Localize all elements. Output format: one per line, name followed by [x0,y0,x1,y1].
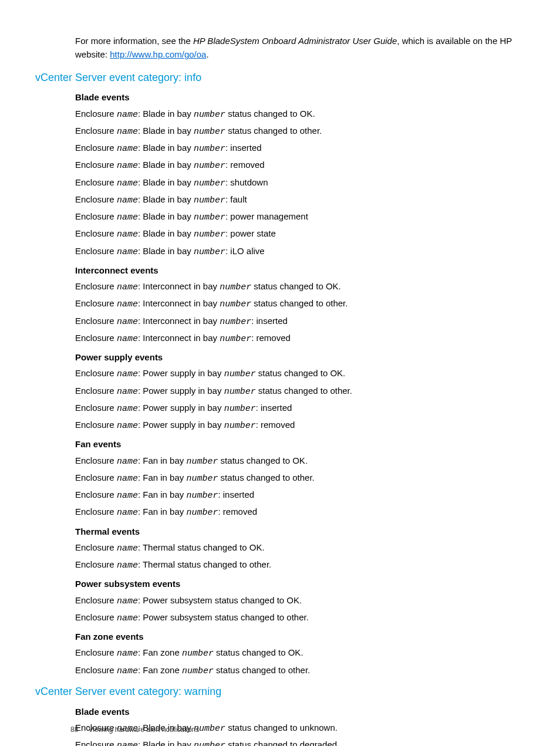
group-title: Fan zone events [75,630,525,643]
event-var: number [194,195,225,205]
event-var: name [117,613,138,623]
event-var: number [194,161,225,171]
event-prefix: Enclosure [75,177,117,187]
event-var: number [194,212,225,222]
event-var: name [117,741,138,746]
event-var: number [220,334,251,344]
event-suffix: : power state [225,228,276,238]
event-var: name [117,491,138,501]
event-list: Enclosure name: Power subsystem status c… [75,593,525,626]
event-prefix: Enclosure [75,143,117,153]
page-footer: 88 Viewing hardware alert notifications [70,724,199,735]
document-page: For more information, see the HP BladeSy… [35,34,525,746]
event-line: Enclosure name: Fan in bay number status… [75,471,525,485]
event-var: number [194,741,225,746]
event-line: Enclosure name: Interconnect in bay numb… [75,331,525,346]
event-suffix: status changed to OK. [218,455,308,465]
event-suffix: : removed [251,333,291,343]
group-title: Power supply events [75,350,525,364]
event-mid: : Power supply in bay [138,403,224,413]
event-var: number [194,178,225,188]
event-prefix: Enclosure [75,740,117,746]
event-var: name [117,404,138,414]
event-suffix: : iLO alive [225,246,265,256]
event-prefix: Enclosure [75,420,117,430]
group-title: Blade events [75,90,525,104]
event-line: Enclosure name: Interconnect in bay numb… [75,279,525,294]
event-list: Enclosure name: Blade in bay number stat… [75,107,525,259]
event-suffix: status changed to other. [251,298,348,308]
event-line: Enclosure name: Fan zone number status c… [75,663,525,678]
event-var: name [117,247,138,257]
event-prefix: Enclosure [75,612,117,622]
event-list: Enclosure name: Fan zone number status c… [75,646,525,678]
intro-prefix: For more information, see the [75,36,193,46]
event-var: number [220,282,251,292]
event-var: number [186,491,218,501]
event-line: Enclosure name: Fan in bay number status… [75,454,525,468]
group-title: Fan events [75,437,525,451]
event-prefix: Enclosure [75,316,117,326]
event-mid: : Power supply in bay [138,386,224,396]
event-line: Enclosure name: Blade in bay number: fau… [75,193,525,207]
event-var: name [117,161,138,171]
event-suffix: status changed to other. [214,665,310,675]
event-mid: : Blade in bay [138,143,194,153]
event-var: number [194,144,225,154]
event-prefix: Enclosure [75,455,117,465]
event-var: name [117,110,138,120]
event-suffix: : removed [218,507,257,517]
event-var: number [220,317,251,327]
intro-link[interactable]: http://www.hp.com/go/oa [110,49,206,59]
event-line: Enclosure name: Power supply in bay numb… [75,418,525,433]
event-list: Enclosure name: Interconnect in bay numb… [75,279,525,346]
event-line: Enclosure name: Blade in bay number: pow… [75,227,525,241]
event-suffix: status changed to OK. [214,647,303,657]
event-prefix: Enclosure [75,386,117,396]
event-var: number [194,229,225,239]
event-var: name [117,369,138,379]
event-prefix: Enclosure [75,194,117,204]
event-mid: : Fan in bay [138,507,187,517]
event-mid: : Blade in bay [138,160,194,170]
event-var: number [194,110,225,120]
event-line: Enclosure name: Fan in bay number: inser… [75,488,525,502]
event-mid: : Blade in bay [138,211,194,221]
event-var: number [224,387,256,397]
event-prefix: Enclosure [75,109,117,119]
event-suffix: status changed to other. [218,472,314,482]
event-var: name [117,666,138,676]
event-mid: : Fan in bay [138,455,187,465]
event-prefix: Enclosure [75,507,117,517]
event-suffix: : power management [225,211,308,221]
event-var: number [220,299,251,309]
event-var: name [117,317,138,327]
event-line: Enclosure name: Blade in bay number stat… [75,738,525,746]
event-var: number [186,474,218,484]
event-line: Enclosure name: Power subsystem status c… [75,593,525,608]
event-prefix: Enclosure [75,559,117,569]
event-prefix: Enclosure [75,665,117,675]
event-mid: : Power subsystem status changed to OK. [138,595,302,605]
event-list: Enclosure name: Power supply in bay numb… [75,366,525,433]
event-mid: : Blade in bay [138,194,194,204]
event-mid: : Fan in bay [138,472,187,482]
event-mid: : Blade in bay [138,246,194,256]
event-mid: : Blade in bay [138,126,194,136]
event-var: name [117,457,138,467]
event-prefix: Enclosure [75,403,117,413]
event-prefix: Enclosure [75,472,117,482]
event-suffix: status changed to other. [256,386,352,396]
event-var: name [117,212,138,222]
event-line: Enclosure name: Power subsystem status c… [75,610,525,625]
event-mid: : Blade in bay [138,109,194,119]
event-mid: : Thermal status changed to OK. [138,542,265,552]
event-list: Enclosure name: Fan in bay number status… [75,454,525,520]
event-prefix: Enclosure [75,246,117,256]
event-line: Enclosure name: Blade in bay number: shu… [75,175,525,190]
event-line: Enclosure name: Power supply in bay numb… [75,401,525,416]
event-suffix: : removed [256,420,295,430]
event-suffix: : inserted [256,403,292,413]
event-mid: : Interconnect in bay [138,316,220,326]
event-prefix: Enclosure [75,647,117,657]
